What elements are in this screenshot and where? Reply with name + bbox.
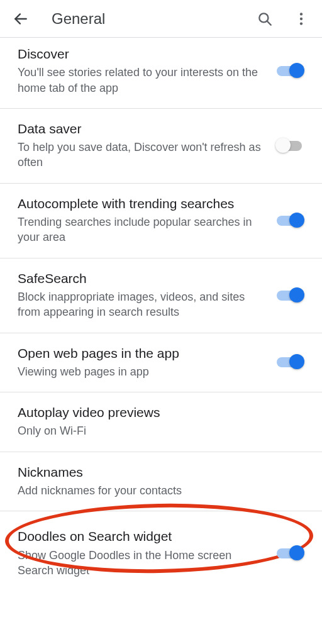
more-vert-icon (293, 11, 309, 27)
setting-text: Discover You'll see stories related to y… (18, 45, 277, 96)
setting-desc: Only on Wi-Fi (18, 423, 294, 438)
open-web-toggle[interactable] (277, 353, 304, 370)
setting-text: Open web pages in the app Viewing web pa… (18, 345, 277, 380)
setting-text: Autocomplete with trending searches Tren… (18, 195, 277, 245)
app-bar: General (0, 0, 322, 38)
search-button[interactable] (255, 9, 274, 28)
setting-desc: Show Google Doodles in the Home screen S… (18, 548, 267, 579)
setting-title: Doodles on Search widget (18, 528, 267, 545)
switch-thumb (289, 213, 304, 228)
discover-toggle[interactable] (277, 62, 304, 79)
switch-thumb (289, 545, 304, 560)
setting-title: SafeSearch (18, 270, 267, 287)
setting-title: Open web pages in the app (18, 345, 267, 362)
setting-desc: Viewing web pages in app (18, 364, 267, 379)
setting-text: Nicknames Add nicknames for your contact… (18, 464, 304, 499)
svg-point-4 (300, 17, 303, 19)
svg-point-3 (300, 13, 303, 15)
doodles-toggle[interactable] (277, 544, 304, 562)
setting-text: Doodles on Search widget Show Google Doo… (18, 528, 277, 578)
setting-title: Discover (18, 45, 267, 62)
switch-thumb (289, 287, 304, 303)
setting-desc: You'll see stories related to your inter… (18, 65, 267, 96)
setting-discover[interactable]: Discover You'll see stories related to y… (0, 38, 322, 109)
page-title: General (52, 10, 255, 28)
setting-doodles[interactable]: Doodles on Search widget Show Google Doo… (0, 511, 322, 591)
setting-autocomplete[interactable]: Autocomplete with trending searches Tren… (0, 184, 322, 258)
setting-desc: Add nicknames for your contacts (18, 483, 294, 498)
setting-desc: Block inappropriate images, videos, and … (18, 289, 267, 320)
setting-text: Data saver To help you save data, Discov… (18, 120, 277, 170)
setting-title: Autocomplete with trending searches (18, 195, 267, 212)
setting-title: Autoplay video previews (18, 404, 294, 421)
settings-list: Discover You'll see stories related to y… (0, 38, 322, 603)
svg-point-5 (300, 22, 303, 25)
safesearch-toggle[interactable] (277, 286, 304, 304)
back-button[interactable] (11, 9, 30, 28)
setting-safesearch[interactable]: SafeSearch Block inappropriate images, v… (0, 258, 322, 333)
autocomplete-toggle[interactable] (277, 211, 304, 229)
setting-nicknames[interactable]: Nicknames Add nicknames for your contact… (0, 452, 322, 512)
setting-open-web[interactable]: Open web pages in the app Viewing web pa… (0, 333, 322, 393)
setting-data-saver[interactable]: Data saver To help you save data, Discov… (0, 109, 322, 184)
svg-line-2 (267, 21, 270, 25)
setting-title: Data saver (18, 120, 267, 137)
setting-desc: To help you save data, Discover won't re… (18, 140, 267, 170)
arrow-back-icon (13, 11, 29, 27)
switch-thumb (289, 354, 304, 369)
switch-thumb (275, 138, 291, 153)
switch-thumb (289, 63, 304, 78)
data-saver-toggle[interactable] (277, 136, 304, 154)
setting-text: Autoplay video previews Only on Wi-Fi (18, 404, 304, 439)
setting-title: Nicknames (18, 464, 294, 480)
setting-text: SafeSearch Block inappropriate images, v… (18, 270, 277, 320)
setting-autoplay[interactable]: Autoplay video previews Only on Wi-Fi (0, 392, 322, 452)
overflow-menu-button[interactable] (292, 9, 311, 28)
search-icon (257, 11, 273, 27)
setting-desc: Trending searches include popular search… (18, 214, 267, 245)
